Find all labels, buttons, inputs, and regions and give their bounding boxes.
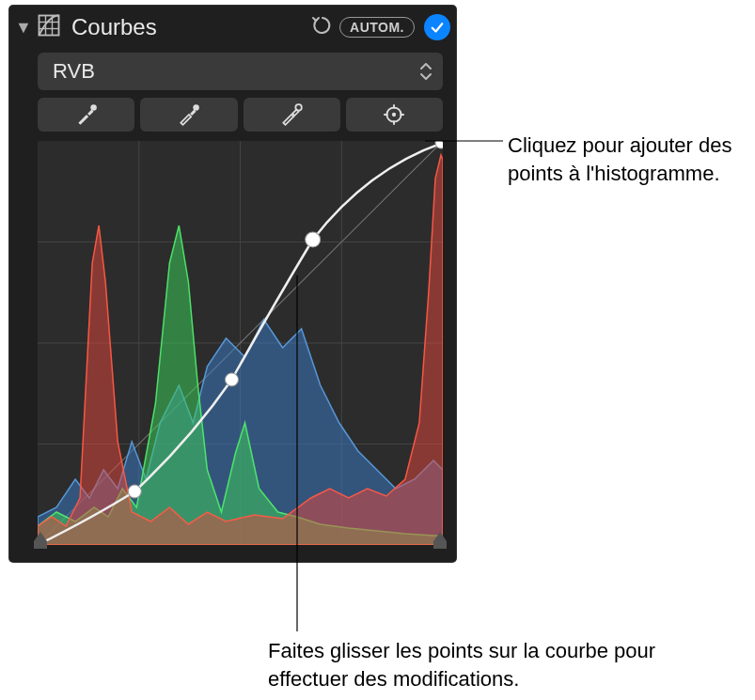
histogram-area[interactable] bbox=[38, 141, 443, 545]
eyedropper-white-button[interactable] bbox=[244, 98, 340, 132]
svg-point-7 bbox=[295, 104, 302, 111]
callout-drag-points: Faites glisser les points sur la courbe … bbox=[268, 637, 738, 692]
svg-point-5 bbox=[90, 104, 97, 111]
white-point-slider[interactable] bbox=[433, 532, 447, 549]
panel-body: RVB bbox=[9, 49, 456, 562]
stepper-icon bbox=[417, 60, 435, 83]
channel-dropdown-value: RVB bbox=[53, 59, 95, 84]
eyedropper-black-icon bbox=[74, 102, 99, 127]
reset-icon[interactable] bbox=[311, 14, 334, 40]
eyedropper-gray-icon bbox=[177, 102, 201, 127]
curve-point[interactable] bbox=[306, 232, 321, 247]
tool-row bbox=[38, 98, 443, 132]
svg-point-9 bbox=[392, 113, 396, 117]
panel-title: Courbes bbox=[71, 14, 306, 40]
callout-add-points: Cliquez pour ajouter des points à l'hist… bbox=[508, 132, 743, 187]
disclosure-triangle-icon[interactable]: ▼ bbox=[15, 18, 30, 38]
histogram-channels bbox=[38, 141, 443, 545]
enabled-toggle[interactable] bbox=[424, 14, 450, 40]
panel-header: ▼ Courbes AUTOM. bbox=[9, 6, 456, 49]
curves-panel: ▼ Courbes AUTOM. RVB bbox=[9, 6, 456, 562]
svg-rect-0 bbox=[39, 16, 59, 36]
eyedropper-black-button[interactable] bbox=[38, 98, 134, 132]
curve-point[interactable] bbox=[225, 373, 238, 386]
black-point-slider[interactable] bbox=[34, 532, 47, 549]
curve-point[interactable] bbox=[128, 485, 141, 498]
eyedropper-white-icon bbox=[279, 102, 304, 127]
svg-point-6 bbox=[193, 104, 199, 111]
add-point-icon bbox=[382, 102, 406, 127]
curve-point[interactable] bbox=[435, 141, 443, 148]
channel-dropdown[interactable]: RVB bbox=[38, 53, 443, 90]
eyedropper-gray-button[interactable] bbox=[140, 98, 237, 132]
check-icon bbox=[429, 19, 446, 36]
curves-grid-icon bbox=[36, 12, 62, 42]
auto-button[interactable]: AUTOM. bbox=[339, 17, 415, 38]
add-point-button[interactable] bbox=[346, 98, 443, 132]
